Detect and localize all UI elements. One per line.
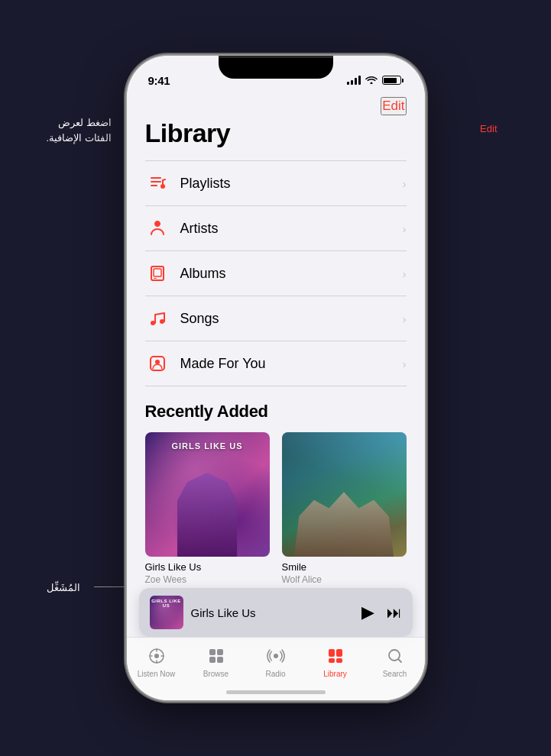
edit-annotation-label: Edit [480,123,497,134]
menu-item-playlists[interactable]: Playlists › [145,160,407,206]
svg-rect-16 [217,649,223,655]
signal-bar-1 [347,82,349,85]
now-playing-art-text: GIRLS LIKE US [150,599,183,608]
edit-button[interactable]: Edit [381,97,406,115]
search-tab-icon [384,645,406,667]
songs-chevron: › [403,312,407,325]
tab-library[interactable]: Library [306,645,365,678]
artists-chevron: › [403,222,407,235]
tab-label-radio: Radio [265,670,285,678]
signal-bar-4 [358,76,361,85]
status-time: 9:41 [148,74,170,87]
album-title-smile: Smile [282,561,407,573]
edit-annotation: Edit [480,123,497,134]
svg-rect-18 [217,657,223,663]
svg-rect-7 [154,269,161,276]
svg-rect-0 [151,177,161,179]
tab-label-search: Search [383,670,407,678]
albums-chevron: › [403,267,407,280]
svg-rect-21 [336,649,342,657]
signal-bar-3 [355,78,357,85]
notch [219,56,333,79]
screen: 9:41 [127,56,425,700]
tab-label-listen-now: Listen Now [138,670,175,678]
albums-label: Albums [180,266,400,282]
album-artist-smile: Wolf Alice [282,574,407,585]
album-artist-girls-like-us: Zoe Wees [145,574,270,585]
svg-rect-1 [151,181,161,183]
recently-added-title: Recently Added [145,402,407,422]
album-overlay-text: GIRLS LIKE US [145,441,270,451]
svg-point-14 [154,654,159,658]
volume-up-button [124,201,127,250]
playlist-icon [145,171,170,195]
now-playing-bar[interactable]: GIRLS LIKE US Girls Like Us ▶ ⏭ [139,588,413,637]
made-for-you-chevron: › [403,357,407,370]
svg-point-12 [155,360,160,364]
now-playing-title: Girls Like Us [191,606,354,619]
tab-label-library: Library [323,670,347,678]
menu-item-songs[interactable]: Songs › [145,296,407,341]
album-art-girls-like-us: GIRLS LIKE US [145,432,270,557]
svg-rect-23 [336,658,342,663]
tab-label-browse: Browse [203,670,229,678]
album-card-smile[interactable]: Smile Wolf Alice [282,432,407,585]
power-button [425,208,428,277]
svg-rect-17 [209,657,216,663]
svg-point-9 [151,321,155,325]
song-icon [145,306,170,331]
svg-rect-22 [329,658,335,663]
tab-browse[interactable]: Browse [186,645,246,678]
playlists-label: Playlists [180,176,400,192]
battery-icon [382,76,404,85]
songs-label: Songs [180,311,400,327]
signal-icon [347,76,361,85]
play-button[interactable]: ▶ [361,603,374,622]
library-icon [325,645,346,667]
tab-listen-now[interactable]: Listen Now [127,645,186,678]
browse-icon [206,645,227,667]
radio-icon [265,645,287,667]
home-indicator [226,690,326,694]
status-icons [347,75,404,86]
now-playing-controls: ▶ ⏭ [361,603,402,622]
bottom-annotation: المُشَغِّل [47,582,80,593]
artists-label: Artists [180,221,400,237]
album-silhouette-smile [294,476,394,557]
playlists-chevron: › [403,177,407,190]
svg-rect-15 [209,649,216,655]
top-annotation: اضغط لعرضالفئات الإضافية. [47,115,112,145]
svg-rect-20 [329,649,335,657]
tab-search[interactable]: Search [365,645,425,678]
menu-item-albums[interactable]: Albums › [145,251,407,296]
svg-rect-2 [151,185,157,186]
album-art-smile [282,432,407,557]
phone-frame: 9:41 [127,56,425,700]
svg-line-5 [163,179,165,180]
listen-now-icon [146,645,167,667]
svg-point-10 [160,319,164,324]
wifi-icon [365,75,378,86]
svg-point-19 [274,654,278,658]
silent-button [124,163,127,190]
menu-item-made-for-you[interactable]: Made For You › [145,341,407,386]
artist-icon [145,216,170,241]
header-row: Edit [145,94,407,118]
album-grid: GIRLS LIKE US Girls Like Us Zoe Wees Sm [145,432,407,585]
made-for-you-label: Made For You [180,356,400,372]
now-playing-artwork: GIRLS LIKE US [150,596,183,629]
status-bar: 9:41 [127,56,425,94]
menu-item-artists[interactable]: Artists › [145,206,407,251]
library-menu: Playlists › Artists [145,160,407,386]
volume-down-button [124,260,127,309]
page-title: Library [145,118,407,148]
album-icon [145,261,170,286]
made-for-you-icon [145,351,170,376]
tab-radio[interactable]: Radio [246,645,306,678]
album-silhouette [157,464,257,557]
album-card-girls-like-us[interactable]: GIRLS LIKE US Girls Like Us Zoe Wees [145,432,270,585]
forward-button[interactable]: ⏭ [387,604,402,622]
svg-rect-8 [154,278,157,279]
signal-bar-2 [351,80,353,85]
album-title-girls-like-us: Girls Like Us [145,561,270,573]
